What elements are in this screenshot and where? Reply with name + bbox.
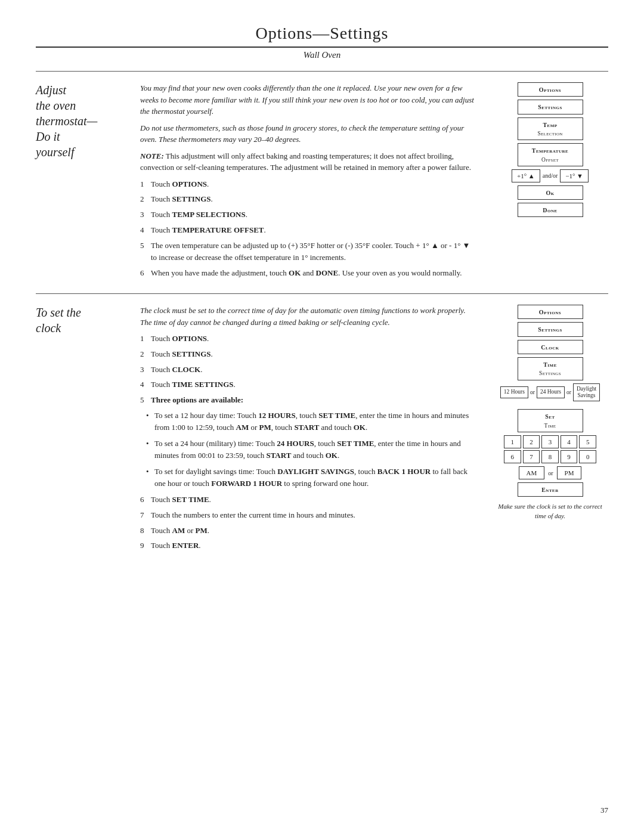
page-subtitle: Wall Oven [36, 50, 608, 60]
btn-arrow-row: +1° ▲ and/or −1° ▼ [492, 169, 608, 182]
btn-temp-offset[interactable]: Temperature Offset [518, 143, 583, 166]
section-heading-col: Adjustthe oventhermostat—Do ityourself [36, 82, 128, 283]
btn-clock[interactable]: Clock [518, 340, 583, 354]
numpad-7[interactable]: 7 [523, 450, 540, 463]
btn-time-settings-label: Time [543, 361, 557, 368]
section1-intro2: Do not use thermometers, such as those f… [140, 122, 474, 145]
numpad-0[interactable]: 0 [579, 450, 596, 463]
section-thermostat: Adjustthe oventhermostat—Do ityourself Y… [36, 82, 608, 283]
btn-am[interactable]: AM [519, 466, 545, 479]
step-1-6: 6 When you have made the adjustment, tou… [140, 267, 474, 280]
numpad-6[interactable]: 6 [504, 450, 521, 463]
section2-content: The clock must be set to the correct tim… [140, 305, 480, 555]
btn-settings-1[interactable]: Settings [518, 100, 583, 114]
numpad: 1 2 3 4 5 6 7 8 9 0 [504, 435, 596, 463]
section2-steps2: 6 Touch SET TIME. 7 Touch the numbers to… [140, 494, 474, 552]
page-header: Options—Settings Wall Oven [36, 24, 608, 60]
step-2-9: 9 Touch ENTER. [140, 540, 474, 552]
and-or-label: and/or [543, 172, 558, 179]
step-1-3: 3 Touch TEMP SELECTIONS. [140, 209, 474, 221]
section1-intro1: You may find that your new oven cooks di… [140, 82, 474, 117]
section2-buttons: Options Settings Clock Time Settings 12 … [492, 305, 608, 555]
section1-content: You may find that your new oven cooks di… [140, 82, 480, 283]
section2-intro: The clock must be set to the correct tim… [140, 305, 474, 328]
section1-steps: 1 Touch OPTIONS. 2 Touch SETTINGS. 3 Tou… [140, 178, 474, 280]
btn-options-1-label: Options [539, 86, 561, 93]
numpad-2[interactable]: 2 [523, 435, 540, 448]
btn-temp-selection[interactable]: Temp Selection [518, 117, 583, 141]
btn-settings-2[interactable]: Settings [518, 322, 583, 336]
step-2-5: 5 Three options are available: [140, 394, 474, 407]
btn-daylight-label: DaylightSavings [577, 386, 596, 398]
section2-bullets: To set a 12 hour day time: Touch 12 HOUR… [146, 410, 474, 489]
btn-24hours-label: 24 Hours [540, 389, 561, 395]
clock-caption: Make sure the clock is set to the correc… [492, 502, 608, 521]
btn-time-settings-sub: Settings [539, 370, 561, 376]
btn-settings-2-label: Settings [538, 326, 562, 333]
or-2-label: or [566, 389, 571, 395]
or-1-label: or [530, 389, 535, 395]
step-2-8: 8 Touch AM or PM. [140, 525, 474, 537]
step-2-1: 1 Touch OPTIONS. [140, 333, 474, 345]
numpad-8[interactable]: 8 [541, 450, 559, 463]
btn-temp-selection-sub: Selection [537, 131, 562, 137]
ampm-row: AM or PM [519, 466, 582, 479]
btn-options-2-label: Options [539, 309, 561, 315]
btn-temp-offset-label: Temperature [532, 147, 568, 154]
step-1-4: 4 Touch TEMPERATURE OFFSET. [140, 224, 474, 237]
hours-options-row: 12 Hours or 24 Hours or DaylightSavings [492, 383, 608, 402]
btn-plus-arrow[interactable]: +1° ▲ [512, 169, 540, 182]
section1-note: NOTE: This adjustment will only affect b… [140, 150, 474, 174]
section1-heading: Adjustthe oventhermostat—Do ityourself [36, 82, 128, 160]
btn-minus-label: −1° ▼ [565, 172, 583, 179]
btn-pm-label: PM [565, 469, 574, 476]
section2-heading-col: To set theclock [36, 305, 128, 555]
step-1-1: 1 Touch OPTIONS. [140, 178, 474, 191]
page-number: 37 [600, 806, 608, 815]
btn-done-1-label: Done [543, 207, 557, 213]
note-label: NOTE: [140, 151, 164, 160]
step-2-4: 4 Touch TIME SETTINGS. [140, 379, 474, 391]
btn-am-label: AM [527, 469, 537, 476]
section-divider-mid [36, 293, 608, 294]
btn-set-time[interactable]: Set Time [518, 409, 583, 432]
section2-steps1: 1 Touch OPTIONS. 2 Touch SETTINGS. 3 Tou… [140, 333, 474, 407]
section-divider-top [36, 71, 608, 72]
btn-clock-label: Clock [541, 344, 559, 351]
section-clock: To set theclock The clock must be set to… [36, 305, 608, 555]
btn-temp-selection-label: Temp [543, 122, 557, 128]
header-divider [36, 47, 608, 48]
btn-24hours[interactable]: 24 Hours [537, 386, 565, 398]
btn-pm[interactable]: PM [557, 466, 582, 479]
section2-heading: To set theclock [36, 305, 128, 336]
btn-enter-label: Enter [541, 487, 559, 493]
btn-daylight[interactable]: DaylightSavings [573, 383, 600, 402]
btn-12hours[interactable]: 12 Hours [500, 386, 528, 398]
btn-minus-arrow[interactable]: −1° ▼ [560, 169, 589, 182]
btn-done-1[interactable]: Done [518, 203, 583, 217]
btn-enter[interactable]: Enter [518, 482, 583, 497]
btn-set-time-sub: Time [544, 423, 556, 429]
step-2-7: 7 Touch the numbers to enter the current… [140, 509, 474, 522]
btn-options-1[interactable]: Options [518, 82, 583, 97]
numpad-5[interactable]: 5 [579, 435, 596, 448]
btn-options-2[interactable]: Options [518, 305, 583, 319]
step-2-3: 3 Touch CLOCK. [140, 364, 474, 376]
step-1-2: 2 Touch SETTINGS. [140, 193, 474, 206]
btn-time-settings[interactable]: Time Settings [518, 357, 583, 380]
section1-buttons: Options Settings Temp Selection Temperat… [492, 82, 608, 283]
btn-ok-1[interactable]: Ok [518, 185, 583, 200]
numpad-4[interactable]: 4 [561, 435, 578, 448]
bullet-12hr: To set a 12 hour day time: Touch 12 HOUR… [146, 410, 474, 433]
note-body: This adjustment will only affect baking … [140, 151, 471, 172]
step-2-6: 6 Touch SET TIME. [140, 494, 474, 506]
numpad-3[interactable]: 3 [541, 435, 559, 448]
btn-plus-label: +1° ▲ [517, 172, 535, 179]
step-2-2: 2 Touch SETTINGS. [140, 348, 474, 361]
numpad-1[interactable]: 1 [504, 435, 521, 448]
btn-temp-offset-sub: Offset [541, 157, 559, 163]
numpad-9[interactable]: 9 [561, 450, 578, 463]
step-1-5: 5 The oven temperature can be adjusted u… [140, 240, 474, 265]
bullet-daylight: To set for daylight savings time: Touch … [146, 466, 474, 489]
bullet-24hr: To set a 24 hour (military) time: Touch … [146, 438, 474, 461]
